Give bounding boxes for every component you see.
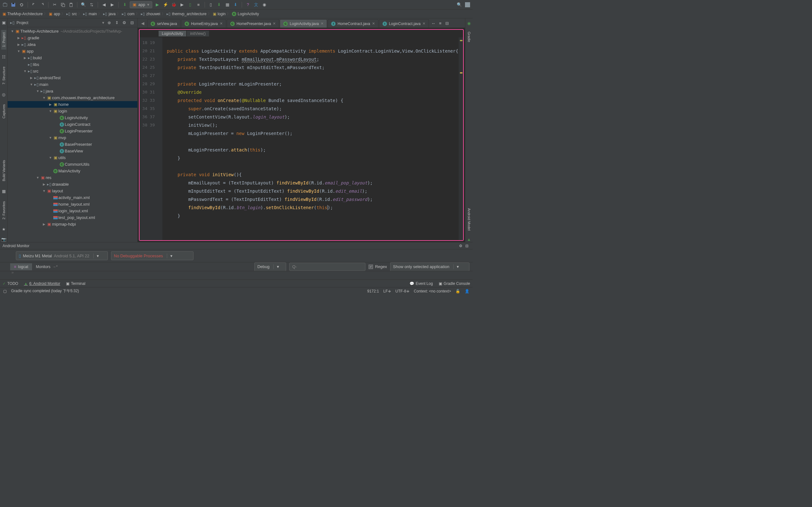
avd-icon[interactable]: ▯	[208, 2, 214, 8]
save-icon[interactable]	[10, 2, 16, 8]
profile-icon[interactable]: ▶	[179, 2, 185, 8]
tree-node[interactable]: ILoginContract	[8, 121, 137, 128]
hector-icon[interactable]: 👤	[465, 289, 469, 293]
tree-node[interactable]: IBasePresenter	[8, 141, 137, 148]
target-icon[interactable]: ⊕	[106, 20, 112, 26]
monitor-settings-icon[interactable]: ⚙	[457, 243, 464, 249]
event-log-tab[interactable]: 💬Event Log	[409, 281, 433, 286]
camera-rail-icon[interactable]: 📷	[1, 236, 7, 242]
overview-ruler[interactable]	[459, 38, 463, 240]
breadcrumb-item[interactable]: ▸▯zhouwei	[141, 12, 160, 16]
tree-node[interactable]: ▼▣utils	[8, 154, 137, 161]
tree-node[interactable]: ▼▸▯main	[8, 81, 137, 88]
close-icon[interactable]: ✕	[321, 21, 323, 26]
translate-icon[interactable]: 文	[253, 2, 259, 8]
line-ending[interactable]: LF≑	[384, 289, 391, 293]
paste-icon[interactable]	[68, 2, 74, 8]
attach-icon[interactable]: ▯	[187, 2, 194, 8]
gradle-tool-button[interactable]: Gradle	[467, 29, 472, 45]
status-icon[interactable]: ▢	[3, 289, 7, 293]
terminal-tab[interactable]: ▣Terminal	[66, 281, 85, 286]
replace-icon[interactable]	[89, 2, 95, 8]
run-icon[interactable]: ▶	[154, 2, 160, 8]
editor-tab[interactable]: CHomeEntry.java✕	[181, 19, 226, 27]
android-model-tool-button[interactable]: Android Model	[467, 206, 472, 233]
run-configuration[interactable]: ▣ app ▾	[130, 1, 152, 8]
variants-tool-button[interactable]: Build Variants	[1, 158, 6, 184]
tree-node[interactable]: CLoginActivity	[8, 114, 137, 121]
project-rail-icon[interactable]: ▣	[1, 20, 7, 25]
tree-node[interactable]: test_pop_layout.xml	[8, 214, 137, 221]
tree-node[interactable]: CCommonUtils	[8, 161, 137, 168]
variants-rail-icon[interactable]: ▦	[1, 188, 7, 194]
log-level-selector[interactable]: Debug ▾	[254, 262, 286, 271]
tree-node[interactable]: home_layout.xml	[8, 201, 137, 208]
log-search-input[interactable]: Q-	[289, 263, 365, 271]
apply-changes-icon[interactable]: ⚡	[162, 2, 169, 8]
android-rail-icon[interactable]: ▲	[466, 236, 472, 242]
make-icon[interactable]: ⬇	[121, 2, 128, 8]
tree-node[interactable]: CMainActivity	[8, 168, 137, 174]
captures-tool-button[interactable]: Captures	[1, 102, 6, 121]
breadcrumb-item[interactable]: ▸▯themvp_architecture	[166, 12, 206, 16]
copy-icon[interactable]	[60, 2, 66, 8]
monitors-tab[interactable]: Monitors →*	[32, 263, 61, 270]
device-selector[interactable]: ▯ Meizu M1 Metal Android 5.1, API 22 ▾	[16, 251, 108, 260]
tab-nav-icon[interactable]: ◀	[140, 20, 146, 26]
code-editor[interactable]: 18 19 20 21 22 23 24 25 26 27 28 29 30 3…	[140, 38, 463, 240]
hide-icon[interactable]: ⊟	[129, 20, 135, 26]
process-selector[interactable]: No Debuggable Processes ▾	[111, 251, 194, 260]
tree-node[interactable]: ▶▸▯drawable	[8, 181, 137, 187]
close-icon[interactable]: ✕	[273, 21, 275, 26]
user-icon[interactable]	[464, 2, 471, 8]
filter-selector[interactable]: Show only selected application ▾	[390, 262, 469, 271]
gradle-console-tab[interactable]: ▣Gradle Console	[439, 281, 470, 286]
breadcrumb-item[interactable]: ▣login	[213, 12, 225, 16]
logcat-tab[interactable]: ≡ logcat	[10, 263, 32, 270]
undo-icon[interactable]	[31, 2, 37, 8]
editor-tab[interactable]: IHomeContract.java✕	[328, 19, 378, 27]
tree-node[interactable]: ▼▣login	[8, 108, 137, 114]
editor-tab[interactable]: CseView.java	[147, 19, 181, 27]
breadcrumb-item[interactable]: ▸▯src	[66, 12, 77, 16]
android-monitor-tab[interactable]: ▲6: Android Monitor	[24, 281, 60, 286]
tree-node[interactable]: IBaseView	[8, 148, 137, 154]
debug-icon[interactable]: 🐞	[171, 2, 177, 8]
tree-node[interactable]: ▶▸▯.gradle	[8, 35, 137, 41]
gradle-rail-icon[interactable]: ◉	[466, 20, 472, 26]
tree-node[interactable]: ▶▸▯build	[8, 55, 137, 61]
breadcrumb-item[interactable]: ▸▯main	[83, 12, 97, 16]
tab-bar-action-icon[interactable]: ↔	[430, 20, 437, 26]
tree-node[interactable]: ▸▯libs	[8, 61, 137, 68]
favorites-rail-icon[interactable]: ★	[1, 226, 7, 232]
tree-node[interactable]: ▶▣home	[8, 101, 137, 108]
editor-tab[interactable]: CHomePresenter.java✕	[227, 19, 280, 27]
refresh-icon[interactable]	[18, 2, 25, 8]
lock-icon[interactable]: 🔓	[455, 289, 460, 293]
breadcrumb-item[interactable]: ▸▯com	[122, 12, 135, 16]
structure-tool-button[interactable]: 7: Structure	[1, 64, 6, 87]
stop-icon[interactable]: ■	[195, 2, 202, 8]
project-tree[interactable]: ▼▣TheMvp-Architecture~/AndroidStudioProj…	[8, 27, 137, 242]
editor-tab[interactable]: ILoginContract.java✕	[379, 19, 429, 27]
breadcrumb-item[interactable]: ▣TheMvp-Architecture	[3, 12, 43, 16]
close-icon[interactable]: ✕	[422, 21, 425, 26]
tree-node[interactable]: ▼▸▯src	[8, 68, 137, 74]
close-icon[interactable]: ✕	[220, 21, 223, 26]
regex-checkbox[interactable]: ✓ Regex	[368, 264, 387, 269]
monitor-hide-icon[interactable]: ⊟	[464, 243, 470, 249]
tree-node[interactable]: ▶▣mipmap-hdpi	[8, 221, 137, 228]
breadcrumb-item[interactable]: ▸▯java	[103, 12, 115, 16]
tree-node[interactable]: ▼▣layout	[8, 187, 137, 194]
breadcrumb-item[interactable]: ▣app	[49, 12, 60, 16]
help-icon[interactable]: ?	[245, 2, 251, 8]
tree-node[interactable]: ▼▣com.zhouwei.themvp_architecture	[8, 95, 137, 101]
tree-node[interactable]: ▼▸▯java	[8, 88, 137, 95]
close-icon[interactable]: ✕	[372, 21, 375, 26]
redo-icon[interactable]	[39, 2, 45, 8]
tree-node[interactable]: activity_main.xml	[8, 194, 137, 201]
back-icon[interactable]: ◀	[101, 2, 107, 8]
tree-node[interactable]: ▶▸▯.idea	[8, 41, 137, 48]
tree-node[interactable]: ▼▣mvp	[8, 134, 137, 141]
forward-icon[interactable]: ▶	[109, 2, 115, 8]
